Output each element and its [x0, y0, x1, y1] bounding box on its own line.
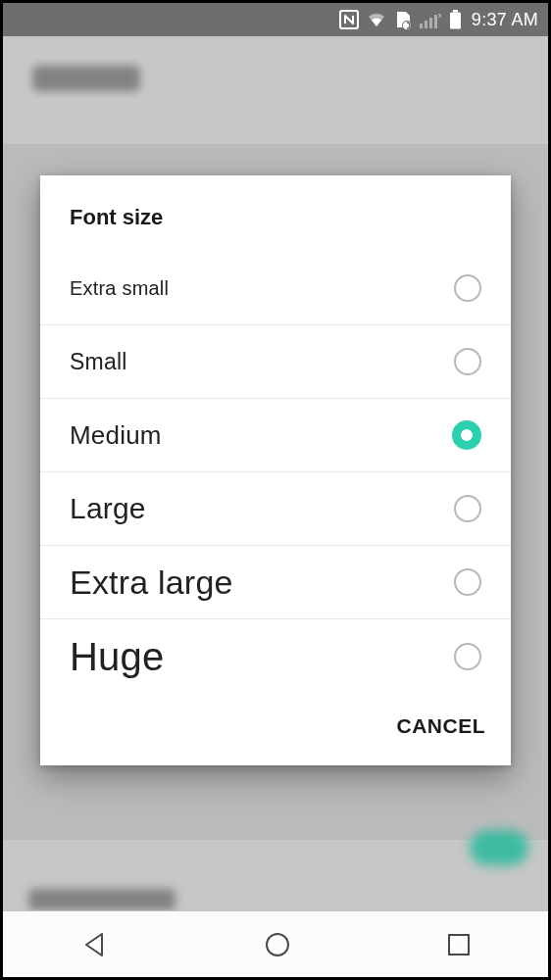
- radio-button[interactable]: [454, 643, 481, 670]
- font-size-option[interactable]: Extra large: [40, 546, 511, 619]
- battery-icon: [449, 10, 462, 29]
- font-size-options-list: Extra smallSmallMediumLargeExtra largeHu…: [40, 252, 511, 693]
- cancel-button[interactable]: CANCEL: [397, 714, 486, 738]
- status-bar: x 9:37 AM: [3, 3, 548, 36]
- font-size-option-label: Medium: [70, 422, 162, 448]
- font-size-option-label: Extra small: [70, 278, 169, 298]
- svg-rect-8: [453, 10, 458, 13]
- svg-rect-11: [449, 935, 469, 955]
- back-button[interactable]: [79, 930, 109, 959]
- svg-text:x: x: [438, 12, 441, 19]
- svg-rect-9: [450, 13, 461, 29]
- font-size-option-label: Extra large: [70, 565, 233, 599]
- home-button[interactable]: [263, 930, 292, 959]
- radio-button[interactable]: [454, 274, 481, 302]
- svg-point-10: [267, 934, 288, 956]
- font-size-option[interactable]: Large: [40, 472, 511, 546]
- device-frame: x 9:37 AM Font size Extra smallSmallMedi…: [3, 3, 548, 977]
- font-size-option[interactable]: Medium: [40, 399, 511, 472]
- font-size-option-label: Huge: [70, 637, 164, 676]
- navigation-bar: [3, 910, 548, 977]
- wifi-icon: [367, 11, 386, 28]
- font-size-option-label: Large: [70, 494, 146, 523]
- dialog-actions: CANCEL: [40, 693, 511, 765]
- font-size-dialog: Font size Extra smallSmallMediumLargeExt…: [40, 175, 511, 765]
- font-size-option[interactable]: Huge: [40, 619, 511, 693]
- radio-button[interactable]: [454, 495, 481, 522]
- sim-icon: [394, 10, 412, 29]
- radio-button[interactable]: [454, 568, 481, 596]
- svg-rect-3: [420, 24, 423, 28]
- recent-apps-button[interactable]: [446, 932, 472, 957]
- font-size-option[interactable]: Extra small: [40, 252, 511, 325]
- dialog-title: Font size: [40, 175, 511, 252]
- signal-icon: x: [420, 11, 441, 28]
- svg-rect-4: [425, 21, 427, 28]
- radio-button[interactable]: [452, 420, 481, 450]
- nfc-icon: [339, 10, 359, 29]
- svg-rect-6: [434, 15, 437, 28]
- font-size-option[interactable]: Small: [40, 325, 511, 399]
- radio-button[interactable]: [454, 348, 481, 375]
- font-size-option-label: Small: [70, 351, 127, 373]
- svg-rect-5: [429, 18, 432, 28]
- status-time: 9:37 AM: [472, 10, 538, 30]
